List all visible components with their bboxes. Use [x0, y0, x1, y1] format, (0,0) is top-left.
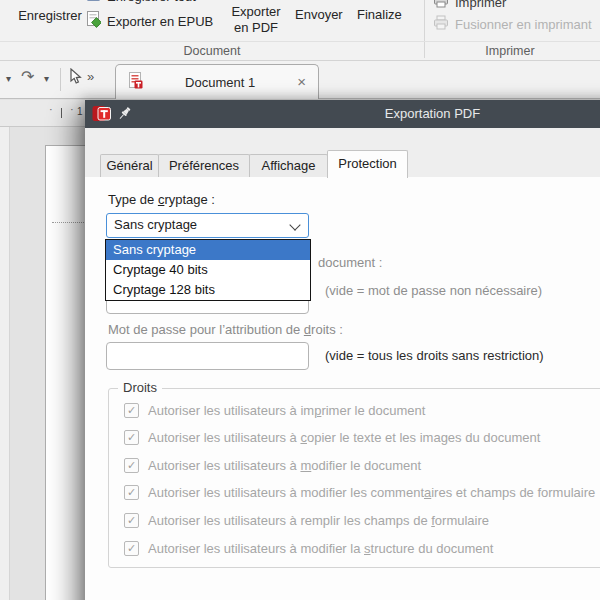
export-pdf-label-line2: en PDF [224, 20, 288, 36]
printer-icon [433, 0, 449, 11]
checkbox-comments-label: Autoriser les utilisateurs à modifier le… [148, 485, 595, 500]
checkbox-modify-label: Autoriser les utilisateurs à modifier le… [148, 458, 421, 473]
document-tab-title: Document 1 [143, 75, 297, 90]
right-copy-row: ✓ Autoriser les utilisateurs à copier le… [124, 430, 540, 445]
checkbox-copy-label: Autoriser les utilisateurs à copier le t… [148, 430, 540, 445]
checkbox-comments[interactable]: ✓ [124, 485, 139, 500]
save-all-button[interactable]: Enregistrer tout [86, 0, 196, 5]
encryption-type-label: Type de cryptage : [108, 192, 215, 207]
checkbox-modify[interactable]: ✓ [124, 458, 139, 473]
checkbox-print[interactable]: ✓ [124, 403, 139, 418]
pdf-export-dialog: Exportation PDF Général Préférences Affi… [85, 100, 600, 600]
export-pdf-label-line1: Exporter [224, 4, 288, 20]
right-comments-row: ✓ Autoriser les utilisateurs à modifier … [124, 485, 595, 500]
dropdown-option-40bits[interactable]: Cryptage 40 bits [106, 260, 310, 280]
ruler-tick: · [49, 103, 53, 115]
export-epub-button[interactable]: Exporter en EPUB [86, 12, 213, 30]
ribbon-group-print-label: Imprimer [425, 44, 595, 58]
dialog-title: Exportation PDF [85, 100, 600, 128]
toolbar-overflow-icon[interactable]: » [87, 69, 94, 84]
merge-print-label: Fusionner en imprimant [455, 17, 592, 32]
ruler-tick: · [70, 103, 74, 115]
combobox-value: Sans cryptage [114, 217, 197, 232]
right-print-row: ✓ Autoriser les utilisateurs à imprimer … [124, 403, 425, 418]
rights-password-field[interactable] [106, 342, 309, 370]
tab-display[interactable]: Affichage [249, 154, 328, 177]
checkbox-structure[interactable]: ✓ [124, 541, 139, 556]
rights-group-title: Droits [118, 380, 162, 395]
left-panel-strip [0, 100, 10, 600]
open-password-hint: (vide = mot de passe non nécessaire) [325, 283, 542, 298]
print-button[interactable]: Imprimer [433, 0, 506, 11]
dropdown-option-128bits[interactable]: Cryptage 128 bits [106, 280, 310, 300]
undo-dropdown-arrow-icon[interactable]: ▾ [6, 73, 11, 84]
dialog-titlebar[interactable]: Exportation PDF [85, 100, 600, 128]
open-password-label-fragment: document : [318, 255, 382, 270]
tab-general[interactable]: Général [100, 154, 159, 177]
tab-preferences[interactable]: Préférences [158, 154, 250, 177]
ribbon: Enregistrer Enregistrer tout Exporter en… [0, 0, 600, 61]
encryption-dropdown-list: Sans cryptage Cryptage 40 bits Cryptage … [105, 239, 311, 301]
ruler-number: 1 [77, 106, 83, 117]
finalize-button[interactable]: Finalize [357, 7, 402, 22]
save-all-icon [86, 0, 101, 5]
tab-close-icon[interactable]: × [297, 75, 306, 89]
save-all-label: Enregistrer tout [107, 0, 196, 4]
rights-groupbox: Droits ✓ Autoriser les utilisateurs à im… [108, 388, 600, 568]
checkbox-copy[interactable]: ✓ [124, 430, 139, 445]
chevron-down-icon [289, 219, 300, 230]
tab-protection[interactable]: Protection [327, 150, 408, 178]
redo-icon[interactable]: ↷ [21, 67, 34, 86]
redo-dropdown-arrow-icon[interactable]: ▾ [44, 73, 49, 84]
export-epub-label: Exporter en EPUB [107, 14, 213, 29]
ribbon-label-separator [0, 41, 600, 42]
pdf-app-icon [92, 105, 112, 126]
encryption-type-combobox[interactable]: Sans cryptage [106, 213, 309, 238]
app-window: Enregistrer Enregistrer tout Exporter en… [0, 0, 600, 600]
dialog-content: Type de cryptage : Sans cryptage Sans cr… [85, 177, 600, 600]
send-button[interactable]: Envoyer [295, 7, 343, 22]
checkbox-structure-label: Autoriser les utilisateurs à modifier la… [148, 541, 493, 556]
checkbox-print-label: Autoriser les utilisateurs à imprimer le… [148, 403, 425, 418]
right-modify-row: ✓ Autoriser les utilisateurs à modifier … [124, 458, 421, 473]
document-tab[interactable]: Document 1 × [115, 64, 319, 99]
export-pdf-button[interactable]: Exporter en PDF [224, 4, 288, 36]
ruler-tick-bar [61, 108, 62, 118]
toolbar-separator [60, 68, 61, 91]
printer-disabled-icon [433, 15, 449, 33]
ribbon-group-document-label: Document [0, 44, 424, 58]
pin-icon[interactable] [116, 105, 133, 125]
rights-password-label: Mot de passe pour l’attribution de droit… [108, 322, 343, 337]
checkbox-fill-forms[interactable]: ✓ [124, 513, 139, 528]
checkbox-fill-forms-label: Autoriser les utilisateurs à remplir les… [148, 513, 489, 528]
epub-document-icon [86, 11, 101, 31]
right-fill-forms-row: ✓ Autoriser les utilisateurs à remplir l… [124, 513, 489, 528]
merge-print-button[interactable]: Fusionner en imprimant [433, 15, 592, 33]
quick-toolbar: ▾ ↷ ▾ » Document 1 × [0, 61, 600, 99]
rights-password-hint: (vide = tous les droits sans restriction… [325, 348, 544, 363]
print-label: Imprimer [455, 0, 506, 10]
horizontal-ruler: · · 1 [0, 100, 85, 127]
select-cursor-icon[interactable] [68, 68, 83, 88]
dropdown-option-none[interactable]: Sans cryptage [106, 240, 310, 260]
right-structure-row: ✓ Autoriser les utilisateurs à modifier … [124, 541, 493, 556]
save-button[interactable]: Enregistrer [6, 4, 94, 42]
document-tab-icon [128, 72, 143, 93]
dialog-tabstrip: Général Préférences Affichage Protection [85, 128, 600, 178]
